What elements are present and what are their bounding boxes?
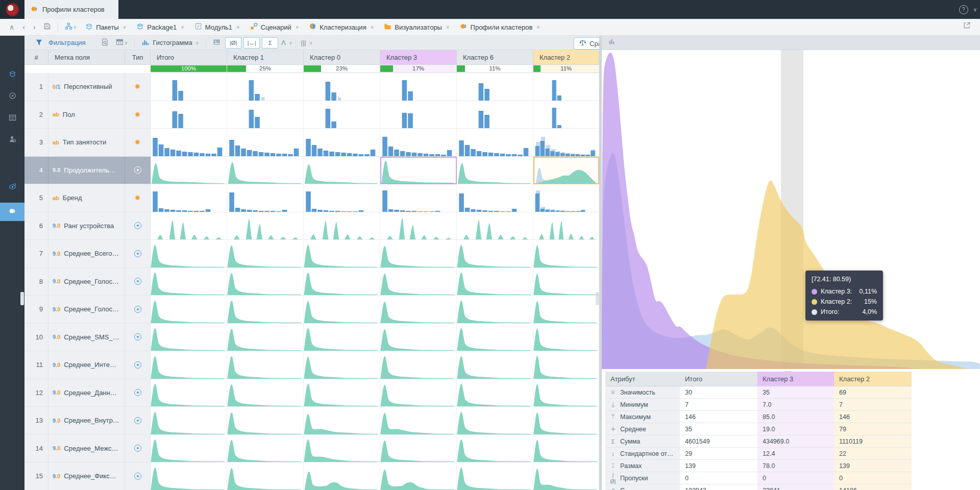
density-comparison-chart[interactable] [602, 50, 980, 369]
cell-chart[interactable] [533, 296, 599, 324]
column-header-cluster[interactable]: Кластер 1 [227, 50, 304, 65]
cell-chart[interactable] [304, 184, 380, 212]
visibility-cell[interactable] [125, 435, 151, 463]
visibility-cell[interactable] [125, 462, 151, 490]
field-label[interactable]: 9.0Среднее_Голос… [48, 268, 125, 296]
visibility-cell[interactable]: ✺ [125, 73, 151, 101]
funnel-icon[interactable] [35, 38, 43, 47]
cell-chart[interactable] [227, 240, 304, 268]
gear-icon[interactable]: ✺ [135, 83, 140, 90]
cell-chart[interactable] [380, 296, 457, 324]
cell-chart[interactable] [227, 379, 304, 407]
field-label[interactable]: 9.0Среднее_Фикс… [48, 462, 125, 490]
visibility-cell[interactable] [125, 351, 151, 379]
breadcrumb-item[interactable]: Профили кластеров∨ [460, 22, 540, 32]
cell-chart[interactable] [151, 435, 227, 463]
cell-chart[interactable] [151, 157, 227, 185]
chevron-down-icon[interactable]: ∨ [536, 24, 540, 30]
visibility-cell[interactable] [125, 157, 151, 185]
breadcrumb-item[interactable]: Сценарий∨ [250, 22, 299, 32]
field-label[interactable]: 0/1Перспективный [48, 73, 125, 101]
cell-chart[interactable] [227, 268, 304, 296]
cell-chart[interactable] [457, 157, 533, 185]
cell-chart[interactable] [151, 351, 227, 379]
filter-label[interactable]: Фильтрация [48, 39, 86, 46]
mirror-button[interactable]: Λ [281, 39, 286, 46]
cell-chart[interactable] [227, 296, 304, 324]
cell-chart[interactable] [227, 324, 304, 352]
gear-icon[interactable]: ✺ [135, 138, 140, 146]
visibility-cell[interactable]: ✺ [125, 101, 151, 129]
breadcrumb-item[interactable]: Кластеризация∨ [309, 22, 374, 32]
stats-header[interactable]: Кластер 2 [834, 372, 912, 386]
breadcrumb-item[interactable]: Пакеты∨ [85, 22, 126, 32]
sidebar-item-user-gear[interactable] [0, 132, 24, 148]
eye-icon[interactable] [134, 417, 141, 424]
cell-chart[interactable] [227, 212, 304, 240]
breadcrumb-item[interactable]: Модуль1∨ [194, 22, 240, 32]
cell-chart[interactable] [457, 184, 533, 212]
cell-chart[interactable] [533, 129, 599, 157]
cell-chart[interactable] [151, 240, 227, 268]
splitter-handle-right[interactable]: ⦙ [596, 292, 599, 305]
sidebar-item-profiles-active[interactable] [0, 203, 24, 221]
cell-chart[interactable] [151, 296, 227, 324]
cell-chart[interactable] [227, 407, 304, 435]
cell-chart[interactable] [380, 101, 457, 129]
chevron-down-icon[interactable]: ∨ [296, 24, 299, 30]
cell-chart[interactable] [533, 240, 599, 268]
eye-icon[interactable] [134, 333, 141, 340]
cell-chart[interactable] [304, 407, 380, 435]
cell-chart[interactable] [533, 324, 599, 352]
eye-icon[interactable] [134, 166, 141, 174]
stats-header[interactable]: Итого [680, 372, 757, 386]
cell-chart[interactable] [533, 184, 599, 212]
field-label[interactable]: 9.0Среднее_SMS_… [48, 324, 125, 352]
cell-chart[interactable] [304, 101, 380, 129]
column-header-cluster[interactable]: Кластер 3 [380, 50, 457, 65]
cell-chart[interactable] [457, 101, 533, 129]
cell-chart[interactable] [380, 184, 457, 212]
cell-chart[interactable] [227, 462, 304, 490]
cell-chart[interactable] [227, 184, 304, 212]
cell-chart[interactable] [304, 157, 380, 185]
cell-chart[interactable] [304, 296, 380, 324]
field-label[interactable]: abПол [48, 101, 125, 129]
table-view-icon[interactable]: ∨ [116, 38, 128, 47]
tab-profili-klasterov[interactable]: Профили кластеров [24, 0, 118, 19]
cell-chart[interactable] [457, 435, 533, 463]
cell-chart[interactable] [151, 462, 227, 490]
cell-chart[interactable] [380, 73, 457, 101]
cell-chart[interactable] [304, 73, 380, 101]
visibility-cell[interactable] [125, 379, 151, 407]
cell-chart[interactable] [533, 157, 599, 185]
cell-chart[interactable] [151, 184, 227, 212]
chevron-down-icon[interactable]: ∨ [181, 24, 184, 30]
cell-chart[interactable] [533, 212, 599, 240]
sidebar-item-eye-gear[interactable] [0, 179, 24, 195]
gear-icon[interactable]: ✺ [135, 194, 140, 202]
cell-chart[interactable] [151, 379, 227, 407]
cell-chart[interactable] [457, 379, 533, 407]
cell-chart[interactable] [457, 296, 533, 324]
chevron-down-icon[interactable]: ∨ [123, 24, 127, 30]
show-range-toggle[interactable]: |↔| [243, 37, 260, 48]
sidebar-item-package-open[interactable] [0, 66, 24, 83]
cell-chart[interactable] [380, 212, 457, 240]
cell-chart[interactable] [380, 324, 457, 352]
cell-chart[interactable] [380, 157, 457, 185]
column-header-type[interactable]: Тип [125, 50, 151, 65]
app-logo[interactable] [0, 0, 24, 19]
cell-chart[interactable] [227, 73, 304, 101]
column-header-cluster[interactable]: Итого [151, 50, 227, 65]
show-sum-toggle[interactable]: Σ [262, 37, 278, 48]
chevron-down-icon[interactable]: ∨ [973, 7, 977, 12]
cell-chart[interactable] [151, 129, 227, 157]
cell-chart[interactable] [380, 351, 457, 379]
chevron-down-icon[interactable]: ∨ [236, 24, 240, 30]
cell-chart[interactable] [304, 379, 380, 407]
forward-button[interactable]: › [29, 22, 40, 32]
cell-chart[interactable] [304, 240, 380, 268]
chevron-down-icon[interactable]: ∨ [371, 24, 374, 30]
search-doc-icon[interactable] [101, 38, 109, 47]
